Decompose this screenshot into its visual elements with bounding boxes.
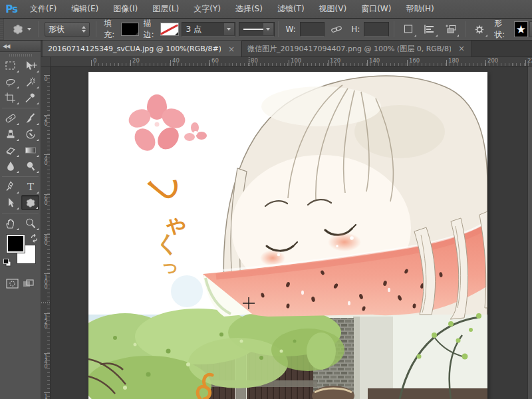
document-canvas[interactable]: し ゃ く っ — [88, 72, 487, 399]
chevron-down-icon — [457, 35, 459, 37]
shape-preview-swatch[interactable]: ★ — [514, 21, 528, 37]
tool-move[interactable] — [21, 58, 39, 73]
stamp-icon — [4, 128, 17, 140]
menu-type[interactable]: 文字(Y) — [186, 0, 228, 18]
stroke-width-dropdown-button[interactable] — [224, 23, 234, 35]
tool-eraser[interactable] — [1, 142, 19, 158]
canvas-pasteboard[interactable]: し ゃ く っ — [51, 66, 532, 399]
stroke-type-dropdown-button[interactable] — [263, 23, 273, 35]
menu-image[interactable]: 图像(I) — [106, 0, 145, 18]
stroke-color-swatch[interactable] — [160, 23, 178, 36]
photo-layer-art — [88, 309, 487, 399]
options-bar-grip[interactable] — [0, 19, 4, 40]
shape-picker-dropdown-button[interactable] — [529, 21, 532, 37]
gear-icon — [473, 23, 486, 36]
chevron-down-icon — [227, 28, 231, 31]
menu-window[interactable]: 窗口(W) — [354, 0, 398, 18]
close-icon[interactable]: × — [457, 45, 466, 52]
menu-filter[interactable]: 滤镜(T) — [270, 0, 312, 18]
type-icon: T — [24, 181, 37, 193]
foreground-color-swatch[interactable] — [7, 235, 25, 253]
solid-line-icon — [243, 29, 263, 30]
shape-picker-label: 形状: — [494, 18, 509, 41]
tool-history-brush[interactable] — [21, 126, 39, 142]
geometry-options-button[interactable] — [471, 21, 488, 37]
tool-dodge[interactable] — [21, 158, 39, 174]
flyout-icon — [37, 155, 39, 157]
tool-magic-wand[interactable] — [21, 74, 39, 89]
tool-lasso[interactable] — [1, 74, 19, 89]
flyout-icon — [17, 192, 19, 194]
star-shape-icon: ★ — [516, 24, 526, 35]
magnifier-icon — [24, 217, 37, 229]
tool-eyedropper[interactable] — [21, 90, 39, 105]
panel-edge-strip — [527, 66, 532, 399]
stroke-type-select[interactable] — [239, 22, 275, 37]
tool-custom-shape[interactable] — [21, 195, 39, 210]
color-swatches — [0, 233, 41, 275]
document-tab-2[interactable]: 微信图片_20190417094407.png @ 100% (图层 0, RG… — [242, 41, 472, 57]
height-label: H: — [351, 25, 360, 34]
align-icon — [423, 23, 436, 35]
tool-pen[interactable] — [1, 179, 19, 194]
panel-grip[interactable] — [9, 54, 32, 57]
menu-select[interactable]: 选择(S) — [228, 0, 270, 18]
stroke-label: 描边: — [143, 18, 158, 41]
photoshop-logo: Ps — [0, 3, 23, 15]
tool-crop[interactable] — [1, 90, 19, 105]
menu-help[interactable]: 帮助(H) — [398, 0, 441, 18]
tool-clone-stamp[interactable] — [1, 126, 19, 142]
tool-rectangular-marquee[interactable] — [1, 58, 19, 73]
cursor-position-marker — [249, 57, 249, 66]
svg-text:っ: っ — [160, 253, 182, 277]
fill-label: 填充: — [104, 18, 118, 41]
crop-icon — [4, 92, 17, 104]
cursor-position-marker — [41, 303, 50, 303]
shape-width-input[interactable] — [300, 22, 325, 37]
custom-shape-tool-icon — [11, 23, 25, 36]
tool-path-selection[interactable] — [1, 195, 19, 210]
tools-panel: ◀◀ — [0, 41, 41, 399]
pen-icon — [4, 181, 17, 193]
flyout-icon — [36, 207, 38, 209]
path-operations-icon — [402, 23, 415, 35]
close-icon[interactable]: × — [227, 46, 236, 53]
tool-blur[interactable] — [1, 158, 19, 174]
tool-spot-healing-brush[interactable] — [1, 110, 19, 126]
menu-edit[interactable]: 编辑(E) — [64, 0, 106, 18]
ruler-origin-corner[interactable] — [41, 57, 51, 66]
menu-file[interactable]: 文件(F) — [23, 0, 64, 18]
vertical-ruler[interactable]: 0 20 40 60 80 100 120 140 160 — [41, 66, 51, 399]
shape-height-input[interactable] — [364, 22, 389, 37]
path-arrange-button[interactable] — [442, 21, 460, 37]
tool-gradient[interactable] — [21, 142, 39, 158]
screen-mode-button[interactable] — [22, 279, 35, 289]
default-colors-icon[interactable] — [3, 257, 12, 270]
tab-title: 20160714125349_svCUA.jpg @ 100%(RGB/8#) … — [48, 45, 221, 53]
stroke-width-field[interactable]: 3 点 — [182, 22, 235, 37]
menu-layer[interactable]: 图层(L) — [145, 0, 186, 18]
path-operations-button[interactable] — [400, 21, 417, 37]
tool-brush[interactable] — [21, 110, 39, 126]
flyout-icon — [37, 102, 39, 104]
tool-type[interactable]: T — [21, 179, 39, 194]
tool-mode-select[interactable]: 形状 — [45, 22, 90, 37]
tools-panel-header[interactable]: ◀◀ — [0, 41, 41, 52]
path-alignment-button[interactable] — [421, 21, 438, 37]
tool-zoom[interactable] — [21, 215, 39, 231]
link-dimensions-button[interactable] — [328, 21, 345, 37]
hand-icon — [4, 217, 17, 229]
horizontal-ruler[interactable]: 0 20 40 60 80 100 120 140 160 180 200 22… — [51, 57, 532, 66]
quick-mask-button[interactable] — [6, 279, 19, 289]
fill-color-swatch[interactable] — [121, 23, 139, 36]
swap-colors-icon[interactable] — [29, 233, 40, 246]
tool-hand[interactable] — [1, 215, 19, 231]
flyout-icon — [17, 155, 19, 157]
flyout-icon — [37, 228, 39, 230]
menu-view[interactable]: 视图(V) — [312, 0, 354, 18]
document-tab-1[interactable]: 20160714125349_svCUA.jpg @ 100%(RGB/8#) … — [43, 41, 242, 57]
artwork: し ゃ く っ — [88, 72, 487, 399]
flyout-icon — [37, 171, 39, 173]
current-tool-preset-button[interactable] — [9, 21, 33, 37]
flyout-icon — [37, 123, 39, 125]
